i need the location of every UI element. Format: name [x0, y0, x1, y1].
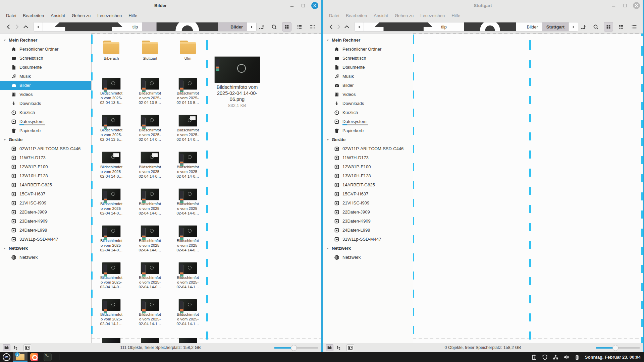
compact-view-button[interactable] — [629, 22, 639, 32]
sidebar-item-11w7h-d173[interactable]: 11W7H-D173 — [0, 153, 91, 162]
firefox-taskbar-button[interactable] — [28, 352, 41, 362]
icon-view-button[interactable] — [282, 22, 291, 32]
list-view-button[interactable] — [616, 22, 626, 32]
file-view-area[interactable] — [413, 34, 643, 343]
file-item[interactable]: Bildschirmfoto vom 2025-02-04 14-0… — [170, 115, 206, 142]
file-item[interactable]: Bildschirmfoto vom 2025-02-04 14-0… — [94, 189, 129, 216]
file-item[interactable]: Bildschirmfoto vom 2025-02-04 14-0… — [132, 189, 168, 216]
sidebar-item-24daten-l998[interactable]: 24Daten-L998 — [0, 226, 91, 235]
sidebar-item-papierkorb[interactable]: Papierkorb — [323, 126, 413, 135]
sidebar-item-12w81p-e100[interactable]: 12W81P-E100 — [0, 162, 91, 171]
minimize-button[interactable] — [610, 2, 617, 9]
sidebar-section-geräte[interactable]: Geräte — [0, 135, 91, 144]
file-item[interactable]: Bildschirmfoto vom 2025-02-04 14-0… — [132, 262, 168, 289]
folder-stuttgart[interactable]: Stuttgart — [132, 40, 168, 61]
sidebar-item-downloads[interactable]: Downloads — [323, 99, 413, 108]
network-tray-icon[interactable] — [553, 354, 558, 360]
sidebar-item-dokumente[interactable]: Dokumente — [0, 63, 91, 72]
sidebar-item-12w81p-e100[interactable]: 12W81P-E100 — [323, 162, 413, 171]
menu-datei[interactable]: Datei — [3, 11, 19, 20]
menu-gehen-zu[interactable]: Gehen zu — [391, 11, 417, 20]
breadcrumb-tilp[interactable]: tilp — [364, 22, 451, 31]
toggle-location-entry-button[interactable] — [578, 22, 588, 32]
sidebar-item-musik[interactable]: Musik — [0, 72, 91, 81]
sidebar-item-bilder[interactable]: Bilder — [323, 81, 413, 90]
maximize-button[interactable] — [622, 2, 628, 9]
sidebar-item-14arbeit-g825[interactable]: 14ARBEIT-G825 — [0, 180, 91, 189]
icon-view-button[interactable] — [604, 22, 613, 32]
list-view-button[interactable] — [295, 22, 304, 32]
sidebar-item-31w11p-ssd-m447[interactable]: 31W11p-SSD-M447 — [323, 235, 413, 244]
breadcrumb-scroll-left[interactable] — [34, 22, 43, 31]
sidebar-item-bilder[interactable]: Bilder — [0, 81, 91, 90]
up-button[interactable] — [343, 22, 351, 32]
back-button[interactable] — [4, 22, 13, 32]
file-item[interactable]: Bildschirmfoto vom 2025-02-04 14-0… — [170, 189, 206, 216]
sidebar-item-schreibtisch[interactable]: Schreibtisch — [323, 54, 413, 63]
sidebar-section-mein-rechner[interactable]: Mein Rechner — [323, 36, 413, 45]
sidebar-section-geräte[interactable]: Geräte — [323, 135, 413, 144]
sidebar-section-netzwerk[interactable]: Netzwerk — [323, 244, 413, 253]
show-treeview-button[interactable] — [335, 344, 343, 351]
sidebar-item-31w11p-ssd-m447[interactable]: 31W11p-SSD-M447 — [0, 235, 91, 244]
sidebar-item-musik[interactable]: Musik — [323, 72, 413, 81]
sidebar-item-persönlicher-ordner[interactable]: Persönlicher Ordner — [0, 45, 91, 54]
sidebar-item-netzwerk[interactable]: Netzwerk — [323, 253, 413, 262]
sidebar-item-23daten-k909[interactable]: 23Daten-K909 — [0, 217, 91, 226]
zoom-slider[interactable] — [596, 344, 640, 351]
file-item[interactable]: Bildschirmfoto vom 2025-02-04 14-1… — [132, 299, 168, 326]
sidebar-item-netzwerk[interactable]: Netzwerk — [0, 253, 91, 262]
file-item[interactable]: Bildschirmfoto vom 2025-02-04 14-0… — [132, 115, 168, 142]
sidebar-item-videos[interactable]: Videos — [0, 90, 91, 99]
battery-tray-icon[interactable] — [574, 354, 580, 360]
sidebar-item-videos[interactable]: Videos — [323, 90, 413, 99]
forward-button[interactable] — [335, 22, 343, 32]
file-item[interactable]: Bildschirmfoto vom 2025-02-04 13-5… — [94, 115, 129, 142]
clock[interactable]: Sonntag, Februar 23, 00:04 — [585, 355, 641, 360]
menu-hilfe[interactable]: Hilfe — [448, 11, 464, 20]
file-item[interactable]: Bildschirmfoto vom 2025-02-04 13-5… — [94, 78, 129, 105]
sidebar-item-persönlicher-ordner[interactable]: Persönlicher Ordner — [323, 45, 413, 54]
file-item[interactable]: Bildschirmfoto vom 2025-02-04 14-1… — [94, 299, 129, 326]
file-item[interactable]: Bildschirmfoto vom 2025-02-04 14-0… — [94, 262, 129, 289]
sidebar-item-kürzlich[interactable]: Kürzlich — [0, 108, 91, 117]
sidebar-item-15gvp-h637[interactable]: 15GVP-H637 — [323, 189, 413, 198]
zoom-slider-handle[interactable] — [291, 345, 297, 351]
menu-hilfe[interactable]: Hilfe — [125, 11, 141, 20]
file-item[interactable]: Bildschirmfoto vom 2025-02-04 14-1… — [170, 262, 206, 289]
sidebar-item-13w10h-f128[interactable]: 13W10H-F128 — [0, 171, 91, 180]
folder-ulm[interactable]: Ulm — [170, 40, 206, 61]
close-button[interactable] — [311, 2, 318, 9]
hide-sidebar-button[interactable] — [346, 344, 354, 351]
file-item[interactable]: Bildschirmfoto vom 2025-02-04 14-0… — [132, 226, 168, 252]
breadcrumb-tilp[interactable]: tilp — [43, 22, 142, 31]
hide-sidebar-button[interactable] — [23, 344, 31, 351]
search-button[interactable] — [269, 22, 279, 32]
show-treeview-button[interactable] — [12, 344, 20, 351]
breadcrumb-scroll-right[interactable] — [247, 22, 256, 31]
sidebar-section-netzwerk[interactable]: Netzwerk — [0, 244, 91, 253]
sidebar-item-23daten-k909[interactable]: 23Daten-K909 — [323, 217, 413, 226]
sidebar-item-22daten-j909[interactable]: 22Daten-J909 — [323, 207, 413, 217]
updates-tray-icon[interactable] — [531, 354, 537, 360]
show-places-button[interactable] — [326, 344, 333, 351]
file-item[interactable]: Bildschirmfoto vom 2025-02-04 14-1… — [170, 299, 206, 326]
sidebar-item-papierkorb[interactable]: Papierkorb — [0, 126, 91, 135]
dragged-file-item[interactable]: Bildschirmfoto vom2025-02-04 14-00-06.pn… — [212, 57, 262, 108]
sidebar-item-dateisystem[interactable]: Dateisystem — [323, 117, 413, 126]
up-button[interactable] — [21, 22, 30, 32]
toggle-location-entry-button[interactable] — [257, 22, 266, 32]
breadcrumb-scroll-right[interactable] — [569, 22, 578, 31]
file-manager-taskbar-button[interactable]: 2 — [13, 352, 28, 362]
file-item[interactable]: Bildschirmfoto vom 2025-02-04 13-5… — [132, 78, 168, 105]
file-item[interactable]: Bildschirmfoto vom 2025-02-04 14-0… — [94, 152, 129, 179]
file-item[interactable]: Bildschirmfoto vom 2025-02-04 14-0… — [170, 226, 206, 252]
sidebar-item-21vhsc-i909[interactable]: 21VHSC-I909 — [0, 198, 91, 207]
sidebar-item-15gvp-h637[interactable]: 15GVP-H637 — [0, 189, 91, 198]
menu-bearbeiten[interactable]: Bearbeiten — [19, 11, 47, 20]
sidebar-item-21vhsc-i909[interactable]: 21VHSC-I909 — [323, 198, 413, 207]
file-item[interactable]: Bildschirmfoto vom 2025-02-04 13-5… — [170, 78, 206, 105]
close-button[interactable] — [633, 2, 640, 9]
sidebar-item-kürzlich[interactable]: Kürzlich — [323, 108, 413, 117]
zoom-slider-handle[interactable] — [612, 345, 619, 351]
